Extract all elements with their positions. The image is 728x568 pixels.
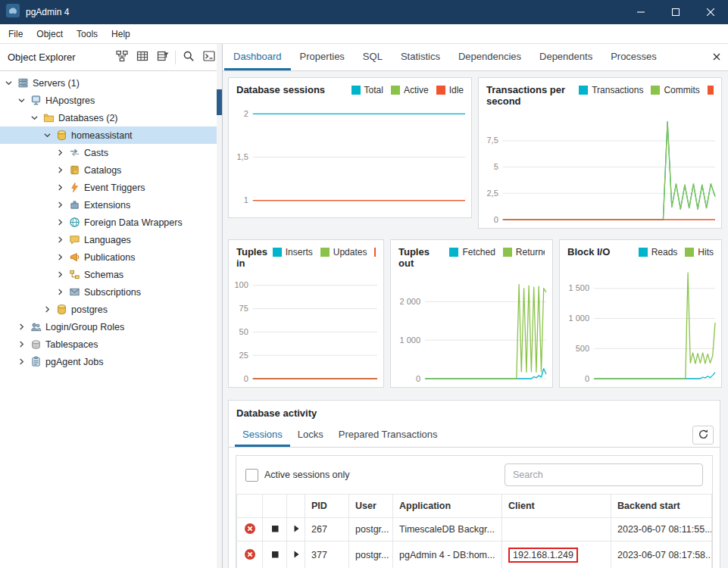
column-header-pid: PID: [305, 495, 349, 518]
cancel-session-button[interactable]: [244, 548, 256, 563]
filtered-rows-button[interactable]: [152, 48, 173, 67]
chevron-right-icon[interactable]: [56, 288, 64, 296]
tab-dependencies[interactable]: Dependencies: [449, 44, 530, 70]
object-explorer-panel: Object Explorer Servers (1)HApostgresDat…: [0, 44, 223, 568]
transactions-per-second-chart: 7,552,50: [479, 110, 721, 228]
legend-label: Fetched: [462, 247, 495, 257]
cancel-session-icon: [244, 548, 256, 563]
expand-row-button[interactable]: [290, 548, 302, 563]
activity-tab-sessions[interactable]: Sessions: [235, 423, 290, 447]
activity-tab-prepared-transactions[interactable]: Prepared Transactions: [331, 423, 445, 447]
chevron-down-icon[interactable]: [5, 79, 13, 87]
tree-item-foreign-data-wrappers[interactable]: Foreign Data Wrappers: [0, 214, 222, 231]
chevron-right-icon[interactable]: [17, 340, 26, 348]
chevron-right-icon[interactable]: [56, 218, 64, 226]
search-objects-button[interactable]: [178, 48, 198, 67]
tree-item-postgres[interactable]: postgres: [0, 301, 222, 318]
tree-item-hapostgres[interactable]: HApostgres: [0, 92, 222, 109]
chevron-right-icon[interactable]: [56, 183, 64, 192]
svg-text:25: 25: [239, 351, 248, 360]
view-data-button[interactable]: [132, 48, 152, 67]
tab-properties[interactable]: Properties: [291, 44, 354, 70]
active-sessions-checkbox[interactable]: [245, 469, 258, 482]
pgadmin-logo-icon: [6, 4, 20, 20]
tree-item-label: Casts: [84, 147, 108, 158]
chevron-down-icon[interactable]: [17, 96, 26, 105]
tree-item-event-triggers[interactable]: Event Triggers: [0, 179, 222, 196]
chevron-right-icon[interactable]: [56, 201, 64, 209]
tree-item-pgagent-jobs[interactable]: pgAgent Jobs: [0, 353, 222, 370]
menu-bar: FileObjectToolsHelp: [0, 24, 728, 44]
tab-dashboard[interactable]: Dashboard: [224, 44, 291, 70]
tab-statistics[interactable]: Statistics: [392, 44, 449, 70]
chevron-down-icon[interactable]: [30, 114, 39, 122]
menu-tools[interactable]: Tools: [70, 27, 105, 42]
table-row: 267postgr...TimescaleDB Backgr...2023-06…: [237, 518, 712, 541]
tab-dependents[interactable]: Dependents: [530, 44, 601, 70]
legend-label: Total: [364, 85, 383, 95]
tree-item-languages[interactable]: Languages: [0, 231, 222, 248]
activity-tab-locks[interactable]: Locks: [290, 423, 331, 447]
legend-label: Hits: [698, 247, 714, 257]
psql-tool-button[interactable]: [198, 48, 219, 67]
tree-item-schemas[interactable]: Schemas: [0, 266, 222, 283]
chevron-down-icon[interactable]: [43, 131, 52, 139]
cancel-session-button[interactable]: [244, 523, 256, 537]
legend-swatch: [352, 86, 361, 95]
chevron-right-icon[interactable]: [56, 148, 64, 157]
legend-swatch: [651, 86, 660, 95]
tree-item-label: pgAgent Jobs: [45, 356, 103, 367]
terminate-session-button[interactable]: [269, 523, 281, 537]
tree-item-login-group-roles[interactable]: Login/Group Roles: [0, 318, 222, 335]
chevron-right-icon[interactable]: [17, 323, 26, 331]
object-tree: Servers (1)HApostgresDatabases (2)homeas…: [0, 71, 222, 568]
tree-item-servers-1[interactable]: Servers (1): [0, 74, 222, 92]
tree-item-extensions[interactable]: Extensions: [0, 196, 222, 214]
minimize-button[interactable]: [623, 0, 658, 24]
tree-item-databases-2[interactable]: Databases (2): [0, 109, 222, 126]
menu-file[interactable]: File: [2, 27, 30, 42]
chevron-right-icon[interactable]: [17, 357, 26, 366]
expand-row-button[interactable]: [290, 523, 302, 537]
legend-item-inserts: Inserts: [273, 247, 313, 257]
maximize-button[interactable]: [658, 0, 693, 24]
tree-scrollbar[interactable]: [217, 44, 222, 568]
svg-text:1,5: 1,5: [237, 152, 248, 161]
legend-label: Reads: [651, 247, 678, 257]
chevron-right-icon[interactable]: [56, 270, 64, 279]
legend-label: Commits: [664, 85, 699, 95]
legend-label: Returned: [516, 247, 545, 257]
dashboard: Database sessions TotalActiveIdle 21,51 …: [223, 71, 728, 568]
chevron-right-icon[interactable]: [43, 305, 52, 314]
tree-item-casts[interactable]: Casts: [0, 144, 222, 161]
panel-close-button[interactable]: [705, 44, 728, 70]
menu-help[interactable]: Help: [105, 27, 137, 42]
terminate-session-button[interactable]: [269, 548, 281, 563]
refresh-button[interactable]: [692, 426, 714, 445]
session-search-input[interactable]: [505, 463, 703, 486]
legend-item-deletes: Deletes: [374, 247, 376, 257]
tree-item-catalogs[interactable]: Catalogs: [0, 161, 222, 179]
tree-item-subscriptions[interactable]: Subscriptions: [0, 283, 222, 301]
tab-sql[interactable]: SQL: [354, 44, 392, 70]
tree-item-tablespaces[interactable]: Tablespaces: [0, 335, 222, 353]
tablespaces-icon: [30, 339, 42, 351]
subscriptions-icon: [68, 286, 80, 298]
tree-item-homeassistant[interactable]: homeassistant: [0, 126, 222, 144]
column-header-user: User: [349, 495, 393, 518]
tree-scrollbar-thumb[interactable]: [217, 89, 222, 115]
erd-tool-button[interactable]: [111, 48, 132, 67]
minimize-icon: [637, 5, 645, 19]
chevron-right-icon[interactable]: [56, 236, 64, 244]
tab-processes[interactable]: Processes: [601, 44, 666, 70]
chevron-right-icon[interactable]: [56, 166, 64, 174]
legend-label: Transactions: [592, 85, 643, 95]
tree-item-label: Subscriptions: [84, 286, 141, 298]
close-icon: [707, 5, 714, 19]
tuples-out-plot: 2 0001 0000: [391, 272, 552, 387]
chevron-right-icon[interactable]: [56, 253, 64, 261]
menu-object[interactable]: Object: [30, 27, 70, 42]
sessions-table: PIDUserApplicationClientBackend start267…: [236, 494, 712, 568]
close-button[interactable]: [693, 0, 728, 24]
tree-item-publications[interactable]: Publications: [0, 248, 222, 266]
